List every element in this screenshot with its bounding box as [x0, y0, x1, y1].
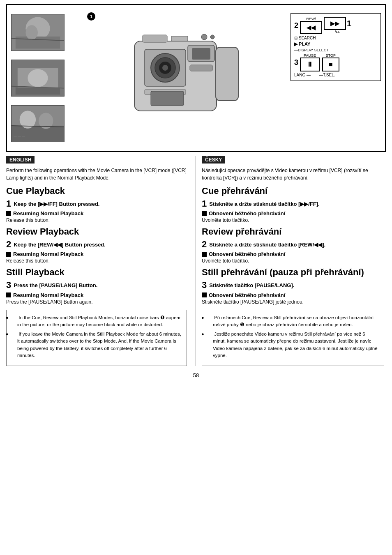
svg-point-29	[201, 34, 207, 40]
stop-button: ■	[322, 58, 339, 71]
pause-label: PAUSE	[304, 53, 316, 58]
english-note-2: ● If you leave the Movie Camera in the S…	[12, 331, 182, 359]
cue-step-1-num: 1	[6, 199, 11, 209]
controls-diagram: 2 REW/ ◀◀ ▶▶ 1	[291, 5, 385, 151]
ctrl-num-1: 1	[347, 19, 351, 28]
annotation-1: 1	[87, 12, 95, 21]
right-column: ČESKY Následující operace provádějte s V…	[195, 156, 384, 366]
svg-point-4	[39, 24, 49, 37]
english-notes-box: ● In the Cue, Review and Still Playback …	[6, 310, 187, 366]
rew-sym: ◀◀	[307, 24, 316, 31]
still-step-3-num: 3	[6, 280, 11, 290]
czech-review-step-2-num: 2	[202, 240, 207, 249]
czech-review-resume-text: Uvolněte toto tlačítko.	[202, 258, 384, 264]
camera-image	[73, 5, 291, 151]
svg-point-22	[162, 65, 168, 71]
diagram-area: — — — 1	[6, 4, 386, 152]
ctrl-num-3: 3	[294, 58, 298, 67]
black-square-icon	[6, 211, 11, 216]
svg-rect-23	[143, 35, 167, 42]
black-square-icon-cz2	[202, 252, 207, 257]
english-intro: Perform the following operations with th…	[6, 167, 187, 182]
pause-button: ⏸	[300, 58, 320, 71]
rew-button: ◀◀	[300, 21, 322, 34]
cue-step-1: 1 Keep the [▶▶/FF] Button pressed.	[6, 199, 187, 209]
black-square-icon-2	[6, 252, 11, 257]
svg-point-8	[28, 69, 48, 87]
svg-rect-32	[151, 91, 184, 106]
display-select-line: —DISPLAY SELECT	[294, 48, 377, 52]
czech-review-step-2: 2 Stiskněte a držte stisknuté tlačítko […	[202, 240, 384, 249]
still-step-3-text: Press the [PAUSE/LANG] Button.	[14, 280, 97, 289]
ff-sym: ▶▶	[330, 20, 339, 27]
czech-cue-title: Cue přehrávání	[202, 186, 384, 196]
review-resume-text: Release this button.	[6, 258, 187, 264]
cue-step-1-text: Keep the [▶▶/FF] Button pressed.	[14, 199, 99, 208]
svg-rect-25	[216, 47, 238, 101]
english-note-1: ● In the Cue, Review and Still Playback …	[12, 314, 182, 329]
czech-header: ČESKY	[202, 156, 225, 164]
rew-ff-label: REW/	[306, 17, 316, 21]
svg-point-30	[210, 35, 214, 39]
thumbnail-1	[11, 14, 65, 51]
czech-cue-step-1-text: Stiskněte a držte stisknuté tlačítko [▶▶…	[209, 199, 320, 208]
ctrl-num-2: 2	[294, 21, 298, 30]
still-resume-heading: Resuming Normal Playback	[6, 292, 187, 298]
svg-point-3	[25, 25, 38, 39]
lang-tsel-row: LANG — —T.SEL.	[294, 73, 377, 77]
svg-rect-31	[190, 65, 212, 71]
black-square-icon-3	[6, 292, 11, 297]
svg-rect-24	[171, 36, 188, 41]
cue-playback-title: Cue Playback	[6, 186, 187, 196]
review-playback-title: Review Playback	[6, 226, 187, 237]
review-step-2-text: Keep the [REW/◀◀] Button pressed.	[14, 240, 106, 249]
controls-box: 2 REW/ ◀◀ ▶▶ 1	[291, 13, 381, 81]
review-resume-heading: Resuming Normal Playback	[6, 251, 187, 257]
czech-cue-step-1-num: 1	[202, 199, 207, 209]
czech-still-resume-heading: Obnovení běžného přehrávání	[202, 292, 384, 298]
play-line: ▶ PLAY	[294, 41, 377, 47]
black-square-icon-cz1	[202, 211, 207, 216]
thumbnail-2	[11, 60, 65, 97]
czech-still-step-3-num: 3	[202, 280, 207, 290]
svg-text:— — —: — — —	[14, 134, 25, 138]
camera-svg	[110, 16, 254, 140]
lang-label: LANG —	[294, 73, 311, 77]
circle-num-1: 1	[87, 12, 95, 21]
czech-still-step-3-text: Stiskněte tlačítko [PAUSE/LANG].	[209, 280, 294, 289]
tsel-label: —T.SEL.	[319, 73, 335, 77]
thumbnails: — — —	[7, 5, 73, 151]
svg-rect-2	[16, 37, 60, 49]
pause-stop-row: 3 PAUSE ⏸ STOP ■	[294, 53, 377, 71]
black-square-icon-cz3	[202, 292, 207, 297]
cue-resume-heading: Resuming Normal Playback	[6, 210, 187, 216]
thumbnail-3: — — —	[11, 105, 65, 142]
search-line: ⊟ SEARCH	[294, 36, 377, 40]
still-step-3: 3 Press the [PAUSE/LANG] Button.	[6, 280, 187, 290]
review-step-2: 2 Keep the [REW/◀◀] Button pressed.	[6, 240, 187, 249]
czech-review-title: Review přehrávání	[202, 226, 384, 237]
czech-still-title: Still přehrávání (pauza při přehrávání)	[202, 267, 384, 278]
czech-review-step-2-text: Stiskněte a držte stisknuté tlačítko [RE…	[209, 240, 325, 249]
still-resume-text: Press the [PAUSE/LANG] Button again.	[6, 299, 187, 305]
czech-still-step-3: 3 Stiskněte tlačítko [PAUSE/LANG].	[202, 280, 384, 290]
main-content: ENGLISH Perform the following operations…	[6, 156, 386, 366]
page-number: 58	[0, 372, 392, 378]
stop-label: STOP	[326, 53, 336, 58]
czech-cue-step-1: 1 Stiskněte a držte stisknuté tlačítko […	[202, 199, 384, 209]
svg-rect-28	[192, 48, 210, 60]
czech-note-2: ● Jestliže ponecháte Video kameru v reži…	[207, 331, 379, 359]
ff-button: ▶▶	[324, 17, 346, 30]
czech-note-1: ● Při režimech Cue, Review a Still přehr…	[207, 314, 379, 329]
czech-notes-box: ● Při režimech Cue, Review a Still přehr…	[202, 310, 384, 366]
czech-review-resume-heading: Obnovení běžného přehrávání	[202, 251, 384, 257]
czech-cue-resume-text: Uvolněte toto tlačítko.	[202, 217, 384, 223]
ff-label: /FF	[335, 30, 341, 34]
czech-still-resume-text: Stiskněte tlačítko [PAUSE/LANG] ještě je…	[202, 299, 384, 305]
review-step-2-num: 2	[6, 240, 11, 249]
left-column: ENGLISH Perform the following operations…	[6, 156, 195, 366]
czech-cue-resume-heading: Obnovení běžného přehrávání	[202, 210, 384, 216]
still-playback-title: Still Playback	[6, 267, 187, 278]
english-header: ENGLISH	[6, 156, 35, 164]
czech-intro: Následující operace provádějte s Video k…	[202, 167, 384, 182]
